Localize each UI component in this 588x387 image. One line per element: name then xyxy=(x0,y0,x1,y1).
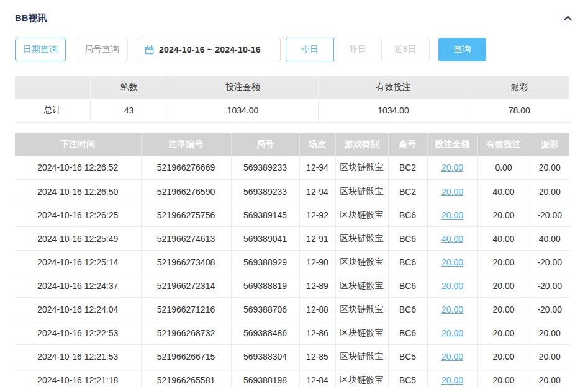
cell-session: 12-84 xyxy=(299,368,335,387)
table-row: 2024-10-16 12:24:04521966271216569388706… xyxy=(15,298,569,321)
col-header-session: 场次 xyxy=(299,133,335,156)
bet-amount-link[interactable]: 20.00 xyxy=(441,328,463,338)
cell-valid-bet: 20.00 xyxy=(477,321,530,345)
table-row: 2024-10-16 12:26:25521966275756569389145… xyxy=(15,203,569,227)
col-header-round-id: 局号 xyxy=(231,133,299,156)
bet-amount-link[interactable]: 20.00 xyxy=(441,210,463,220)
cell-table-no: BC5 xyxy=(388,368,427,387)
cell-valid-bet: 20.00 xyxy=(477,203,530,227)
cell-session: 12-85 xyxy=(299,345,335,368)
table-header-row: 下注时间 注单编号 局号 场次 游戏类别 桌号 投注金额 有效投注 派彩 xyxy=(15,133,569,156)
cell-session: 12-92 xyxy=(299,203,335,227)
cell-bet-amount: 20.00 xyxy=(427,298,477,321)
chevron-up-icon[interactable] xyxy=(563,13,573,24)
cell-game-type: 区块链骰宝 xyxy=(335,298,388,321)
panel-header: BB视讯 xyxy=(15,12,573,24)
col-header-table-no: 桌号 xyxy=(388,133,427,156)
cell-table-no: BC6 xyxy=(388,274,427,298)
round-query-tab[interactable]: 局号查询 xyxy=(76,38,128,61)
cell-bet-amount: 20.00 xyxy=(427,368,477,387)
bet-records-body: 2024-10-16 12:26:52521966276669569389233… xyxy=(15,156,569,387)
cell-payout: 20.00 xyxy=(530,156,569,180)
cell-session: 12-94 xyxy=(299,180,335,203)
cell-game-type: 区块链骰宝 xyxy=(335,321,388,345)
cell-order-id: 521966272314 xyxy=(141,274,231,298)
table-row: 2024-10-16 12:21:18521966265581569388198… xyxy=(15,368,569,387)
cell-payout: -20.00 xyxy=(530,274,569,298)
cell-order-id: 521966271216 xyxy=(141,298,231,321)
cell-bet-time: 2024-10-16 12:24:37 xyxy=(15,274,141,298)
page-title: BB视讯 xyxy=(15,12,47,24)
cell-game-type: 区块链骰宝 xyxy=(335,156,388,180)
calendar-icon xyxy=(145,45,154,55)
summary-total-bet-amount: 1034.00 xyxy=(168,99,318,122)
bet-amount-link[interactable]: 20.00 xyxy=(441,352,463,362)
cell-game-type: 区块链骰宝 xyxy=(335,251,388,274)
cell-bet-amount: 20.00 xyxy=(427,274,477,298)
cell-bet-amount: 20.00 xyxy=(427,203,477,227)
cell-round-id: 569388929 xyxy=(231,251,299,274)
cell-game-type: 区块链骰宝 xyxy=(335,274,388,298)
cell-session: 12-89 xyxy=(299,274,335,298)
cell-order-id: 521966276669 xyxy=(141,156,231,180)
last-8-days-button[interactable]: 近8日 xyxy=(381,38,430,61)
cell-order-id: 521966265581 xyxy=(141,368,231,387)
cell-bet-amount: 20.00 xyxy=(427,180,477,203)
bet-amount-link[interactable]: 20.00 xyxy=(441,375,463,385)
cell-bet-time: 2024-10-16 12:25:49 xyxy=(15,227,141,251)
cell-bet-amount: 20.00 xyxy=(427,156,477,180)
date-range-input[interactable]: 2024-10-16 ~ 2024-10-16 xyxy=(138,38,281,61)
cell-session: 12-88 xyxy=(299,298,335,321)
bet-amount-link[interactable]: 20.00 xyxy=(441,162,463,172)
cell-payout: 20.00 xyxy=(530,368,569,387)
cell-game-type: 区块链骰宝 xyxy=(335,368,388,387)
col-header-payout: 派彩 xyxy=(530,133,569,156)
cell-valid-bet: 20.00 xyxy=(477,345,530,368)
col-header-valid-bet: 有效投注 xyxy=(477,133,530,156)
cell-bet-time: 2024-10-16 12:21:53 xyxy=(15,345,141,368)
cell-bet-amount: 40.00 xyxy=(427,227,477,251)
cell-round-id: 569388819 xyxy=(231,274,299,298)
cell-valid-bet: 40.00 xyxy=(477,227,530,251)
bet-amount-link[interactable]: 20.00 xyxy=(441,257,463,267)
cell-round-id: 569389145 xyxy=(231,203,299,227)
yesterday-button[interactable]: 昨日 xyxy=(333,38,382,61)
cell-bet-time: 2024-10-16 12:26:52 xyxy=(15,156,141,180)
summary-total-payout: 78.00 xyxy=(469,99,569,122)
bet-amount-link[interactable]: 20.00 xyxy=(441,305,463,314)
summary-header-payout: 派彩 xyxy=(469,76,569,99)
summary-header-count: 笔数 xyxy=(90,76,168,99)
summary-header-valid-bet: 有效投注 xyxy=(318,76,469,99)
bet-amount-link[interactable]: 20.00 xyxy=(441,281,463,291)
cell-bet-amount: 20.00 xyxy=(427,345,477,368)
cell-round-id: 569388304 xyxy=(231,345,299,368)
bet-amount-link[interactable]: 40.00 xyxy=(441,234,463,244)
today-button[interactable]: 今日 xyxy=(286,38,334,61)
cell-round-id: 569388198 xyxy=(231,368,299,387)
cell-table-no: BC6 xyxy=(388,321,427,345)
bb-video-panel: BB视讯 日期查询 局号查询 2024-10-16 ~ 2024-10-16 今… xyxy=(0,0,588,387)
summary-total-valid-bet: 1034.00 xyxy=(318,99,469,122)
date-query-tab[interactable]: 日期查询 xyxy=(15,38,66,61)
filter-bar: 日期查询 局号查询 2024-10-16 ~ 2024-10-16 今日 昨日 … xyxy=(15,38,573,61)
summary-header-bet-amount: 投注金额 xyxy=(168,76,318,99)
table-row: 2024-10-16 12:26:50521966276590569389233… xyxy=(15,180,569,203)
cell-session: 12-90 xyxy=(299,251,335,274)
cell-bet-amount: 20.00 xyxy=(427,321,477,345)
table-row: 2024-10-16 12:21:53521966266715569388304… xyxy=(15,345,569,368)
cell-game-type: 区块链骰宝 xyxy=(335,203,388,227)
search-button[interactable]: 查询 xyxy=(438,38,486,61)
cell-order-id: 521966273408 xyxy=(141,251,231,274)
cell-game-type: 区块链骰宝 xyxy=(335,345,388,368)
table-row: 2024-10-16 12:22:53521966268732569388486… xyxy=(15,321,569,345)
cell-session: 12-94 xyxy=(299,156,335,180)
summary-total-label: 总计 xyxy=(15,99,90,122)
bet-amount-link[interactable]: 20.00 xyxy=(441,187,463,197)
summary-header-blank xyxy=(15,76,90,99)
cell-order-id: 521966274613 xyxy=(141,227,231,251)
cell-valid-bet: 20.00 xyxy=(477,298,530,321)
cell-table-no: BC6 xyxy=(388,251,427,274)
cell-payout: 20.00 xyxy=(530,180,569,203)
col-header-bet-time: 下注时间 xyxy=(15,133,141,156)
cell-bet-time: 2024-10-16 12:26:25 xyxy=(15,203,141,227)
